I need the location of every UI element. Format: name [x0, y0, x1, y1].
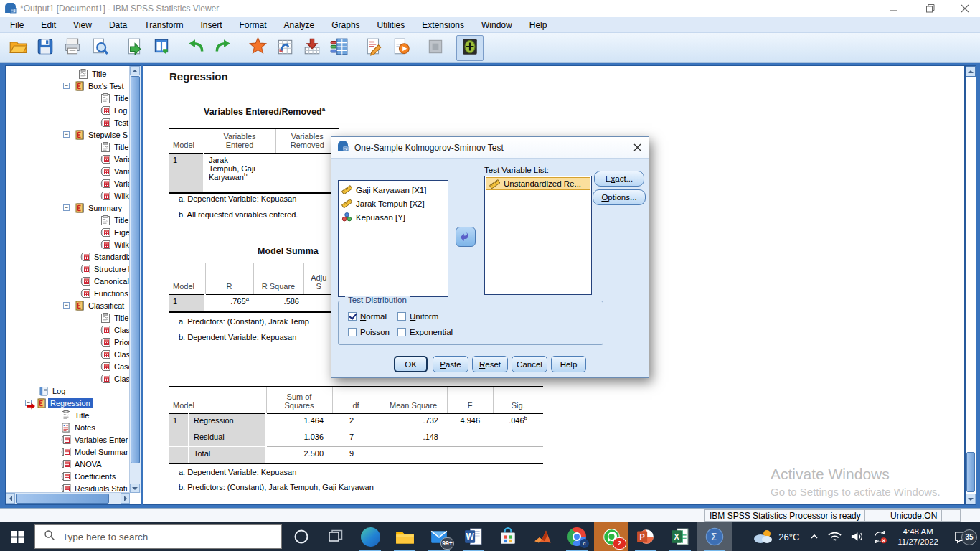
taskbar-cortana-button[interactable]: [284, 522, 319, 551]
test-variable-list[interactable]: Unstandardized Re...: [484, 176, 592, 295]
menu-format[interactable]: Format: [231, 18, 275, 32]
sync-error-icon[interactable]: [872, 530, 887, 544]
tree-item-box-s-test[interactable]: −Box's Test: [6, 80, 129, 93]
toolbar-recall-dialogs-button[interactable]: [148, 35, 175, 61]
taskbar-chrome-button[interactable]: c: [560, 522, 594, 551]
menu-window[interactable]: Window: [473, 18, 521, 32]
scroll-thumb[interactable]: [966, 452, 975, 492]
scroll-left-button[interactable]: [6, 493, 15, 504]
taskbar-whatsapp-button[interactable]: 2: [594, 522, 628, 551]
tree-item-residuals-stati[interactable]: Residuals Stati: [6, 483, 129, 492]
tree-item-coefficients[interactable]: Coefficients: [6, 471, 129, 483]
menu-extensions[interactable]: Extensions: [413, 18, 473, 32]
toolbar-select-button[interactable]: [422, 35, 449, 61]
tree-item-title[interactable]: Title: [6, 141, 129, 154]
toolbar-goto-case-button[interactable]: [271, 35, 298, 61]
menu-insert[interactable]: Insert: [192, 18, 230, 32]
toolbar-print-button[interactable]: [59, 35, 86, 61]
tree-item-anova[interactable]: ANOVA: [6, 458, 129, 471]
menu-graphs[interactable]: Graphs: [323, 18, 368, 32]
tree-item-variab[interactable]: Variab: [6, 166, 129, 178]
normal-checkbox[interactable]: [348, 312, 357, 321]
tree-item-casew[interactable]: Casew: [6, 361, 129, 373]
tree-item-standardiz[interactable]: Standardiz: [6, 251, 129, 263]
tree-item-title[interactable]: Title: [6, 93, 129, 105]
tree-item-variab[interactable]: Variab: [6, 178, 129, 190]
taskbar-edge-button[interactable]: [353, 522, 387, 551]
exact-button[interactable]: Exact...: [594, 171, 644, 187]
menu-file[interactable]: File: [1, 18, 32, 32]
toolbar-redo-button[interactable]: [209, 35, 237, 61]
taskbar-excel-button[interactable]: X: [663, 522, 697, 551]
toolbar-print-preview-button[interactable]: [86, 35, 113, 61]
tree-item-stepwise-s[interactable]: −Stepwise S: [6, 129, 129, 141]
toolbar-undo-button[interactable]: [182, 35, 209, 61]
tree-item-class[interactable]: Class: [6, 324, 129, 336]
tree-item-log-d[interactable]: Log D: [6, 105, 129, 117]
scroll-thumb[interactable]: [131, 76, 140, 463]
scroll-up-button[interactable]: [130, 66, 140, 75]
toolbar-save-button[interactable]: [32, 35, 59, 61]
menu-analyze[interactable]: Analyze: [275, 18, 324, 32]
tree-item-classificat[interactable]: −Classificat: [6, 300, 129, 312]
tree-item-summary[interactable]: −Summary: [6, 202, 129, 215]
toolbar-edit-outline-button[interactable]: [360, 35, 387, 61]
collapse-toggle-icon[interactable]: −: [63, 302, 70, 309]
volume-icon[interactable]: [850, 531, 864, 542]
tree-item-regression[interactable]: −Regression: [6, 397, 129, 410]
tree-item-wilks[interactable]: Wilks': [6, 239, 129, 251]
minimize-button[interactable]: [881, 0, 905, 17]
menu-help[interactable]: Help: [521, 18, 556, 32]
variable-item-gaji-karyawan-x1[interactable]: Gaji Karyawan [X1]: [339, 183, 448, 197]
taskbar-powerpoint-button[interactable]: P: [628, 522, 663, 551]
tree-item-title[interactable]: Title: [6, 215, 129, 227]
ok-button[interactable]: OK: [394, 356, 428, 372]
taskbar-file-explorer-button[interactable]: [387, 522, 422, 551]
scroll-up-button[interactable]: [966, 66, 976, 77]
dialog-close-icon[interactable]: [626, 137, 649, 158]
toolbar-export-button[interactable]: [121, 35, 148, 61]
paste-button[interactable]: Paste: [433, 356, 468, 372]
collapse-toggle-icon[interactable]: −: [63, 131, 70, 138]
start-button[interactable]: [0, 522, 34, 551]
tree-item-class[interactable]: Class: [6, 373, 129, 385]
tree-item-title[interactable]: Title: [6, 312, 129, 324]
taskbar-store-button[interactable]: [491, 522, 525, 551]
tree-item-functions[interactable]: Functions: [6, 288, 129, 300]
tree-item-title[interactable]: Title: [6, 68, 129, 80]
menu-data[interactable]: Data: [100, 18, 136, 32]
scroll-right-button[interactable]: [121, 493, 130, 504]
taskbar-task-view-button[interactable]: [319, 522, 353, 551]
menu-view[interactable]: View: [65, 18, 100, 32]
hidden-icons-chevron[interactable]: [809, 532, 819, 542]
exponential-checkbox[interactable]: [397, 328, 406, 336]
toolbar-run-script-button[interactable]: [387, 35, 415, 61]
scroll-thumb[interactable]: [16, 494, 109, 504]
poisson-checkbox[interactable]: [348, 328, 357, 336]
menu-utilities[interactable]: Utilities: [369, 18, 414, 32]
dialog-title-bar[interactable]: One-Sample Kolmogorov-Smirnov Test: [331, 137, 649, 159]
tree-item-variables-enter[interactable]: Variables Enter: [6, 434, 129, 446]
close-button[interactable]: [953, 0, 977, 17]
tree-item-test-r[interactable]: Test R: [6, 117, 129, 129]
output-vertical-scrollbar[interactable]: [965, 65, 976, 505]
search-input[interactable]: Type here to search: [34, 524, 282, 549]
toolbar-goto-output-button[interactable]: [244, 35, 271, 61]
tree-item-eigen[interactable]: Eigen: [6, 227, 129, 239]
taskbar-mail-button[interactable]: 99+: [422, 522, 456, 551]
outline-horizontal-scrollbar[interactable]: [6, 492, 130, 504]
toolbar-goto-variable-button[interactable]: [298, 35, 326, 61]
taskbar-spss-button[interactable]: Σ: [697, 522, 732, 551]
variable-item-jarak-tempuh-x2[interactable]: Jarak Tempuh [X2]: [339, 197, 448, 210]
toolbar-variables-button[interactable]: [326, 35, 353, 61]
reset-button[interactable]: Reset: [472, 356, 508, 372]
help-button[interactable]: Help: [551, 356, 586, 372]
weather-icon[interactable]: [753, 529, 774, 545]
wifi-icon[interactable]: [828, 531, 842, 542]
options-button[interactable]: Options...: [593, 189, 646, 205]
tree-item-model-summar[interactable]: Model Summar: [6, 446, 129, 458]
clock[interactable]: 4:48 AM 11/27/2022: [897, 527, 938, 547]
restore-button[interactable]: [918, 0, 943, 17]
source-variable-list[interactable]: Gaji Karyawan [X1]Jarak Tempuh [X2]Kepua…: [338, 180, 448, 297]
tree-item-wilks[interactable]: Wilks': [6, 190, 129, 202]
